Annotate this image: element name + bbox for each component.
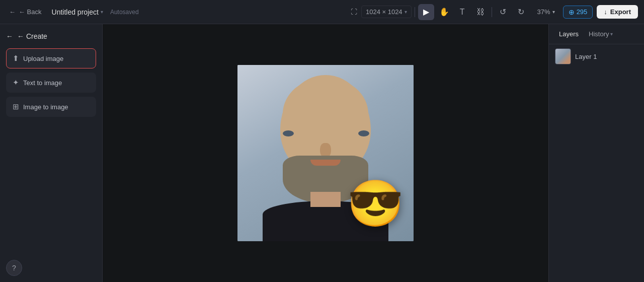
create-panel-title: ← Create: [17, 32, 47, 40]
create-panel-header[interactable]: ← ← Create: [6, 30, 96, 44]
topbar: ← ← Back Untitled project ▾ Autosaved ⛶ …: [0, 0, 644, 24]
chevron-down-icon: ▾: [610, 31, 613, 37]
back-arrow-icon: ←: [9, 8, 16, 16]
emoji-overlay: 😎: [347, 181, 404, 226]
canvas-size-selector[interactable]: 1024 × 1024 ▾: [361, 6, 412, 18]
credits-icon: ⊕: [569, 8, 575, 16]
neck: [310, 192, 341, 207]
text-to-image-label: Text to image: [23, 79, 62, 87]
credits-count: 295: [577, 8, 588, 16]
canvas-area[interactable]: 😎: [103, 24, 548, 282]
back-button[interactable]: ← ← Back: [6, 6, 45, 18]
divider: [415, 7, 415, 17]
redo-icon: ↻: [518, 7, 524, 17]
left-panel: ← ← Create ⬆ Upload image ✦ Text to imag…: [0, 24, 103, 282]
help-button[interactable]: ?: [6, 260, 22, 276]
image-to-image-item[interactable]: ⊞ Image to image: [6, 97, 96, 117]
text-to-image-icon: ✦: [13, 78, 19, 87]
history-tab-label: History: [589, 30, 609, 38]
back-arrow-icon: ←: [6, 32, 13, 40]
image-to-image-label: Image to image: [23, 103, 68, 111]
select-tool-button[interactable]: ▶: [418, 4, 434, 20]
undo-icon: ↺: [500, 7, 506, 17]
cursor-icon: ▶: [423, 7, 429, 17]
topbar-center: ⛶ 1024 × 1024 ▾ ▶ ✋ T ⛓ ↺ ↻: [349, 4, 529, 20]
tab-layers[interactable]: Layers: [555, 28, 583, 40]
link-tool-button[interactable]: ⛓: [472, 4, 489, 20]
canvas-size-value: 1024 × 1024: [366, 8, 403, 16]
right-panel-tabs: Layers History ▾: [549, 24, 644, 44]
text-tool-button[interactable]: T: [454, 4, 470, 20]
undo-button[interactable]: ↺: [495, 4, 511, 20]
main-layout: ← ← Create ⬆ Upload image ✦ Text to imag…: [0, 24, 644, 282]
project-title-text: Untitled project: [52, 8, 99, 16]
autosaved-status: Autosaved: [110, 9, 139, 16]
upload-image-item[interactable]: ⬆ Upload image: [6, 48, 96, 68]
layer-item[interactable]: Layer 1: [549, 44, 644, 68]
canvas-main-image: 😎: [237, 65, 414, 241]
redo-button[interactable]: ↻: [513, 4, 529, 20]
layer-thumbnail: [555, 48, 571, 64]
right-panel: Layers History ▾ Layer 1: [548, 24, 644, 282]
project-title[interactable]: Untitled project ▾: [49, 6, 106, 18]
back-label: ← Back: [19, 8, 42, 16]
text-icon: T: [460, 8, 465, 17]
chevron-down-icon: ▾: [101, 9, 103, 15]
topbar-left: ← ← Back Untitled project ▾ Autosaved: [6, 6, 345, 18]
hand-icon: ✋: [439, 7, 449, 17]
chevron-down-icon: ▾: [552, 9, 555, 15]
hand-tool-button[interactable]: ✋: [436, 4, 452, 20]
zoom-value: 37%: [537, 8, 550, 16]
help-icon: ?: [12, 264, 16, 272]
layer-name: Layer 1: [575, 53, 597, 60]
layer-thumb-inner: [555, 49, 571, 64]
mouth: [310, 160, 341, 166]
chevron-down-icon: ▾: [405, 9, 407, 15]
eye-right: [358, 130, 369, 136]
link-icon: ⛓: [476, 8, 485, 17]
topbar-right: 37% ▾ ⊕ 295 ↓ Export: [533, 5, 638, 19]
resize-icon[interactable]: ⛶: [349, 4, 359, 20]
zoom-selector[interactable]: 37% ▾: [533, 6, 559, 18]
eye-left: [283, 130, 294, 136]
credits-button[interactable]: ⊕ 295: [563, 6, 593, 19]
image-to-image-icon: ⊞: [13, 102, 19, 111]
canvas-image-container: 😎: [237, 65, 414, 241]
download-icon: ↓: [604, 8, 607, 16]
upload-icon: ⬆: [13, 54, 19, 63]
divider2: [492, 7, 492, 17]
bottom-help: ?: [6, 260, 96, 276]
upload-image-label: Upload image: [23, 55, 63, 62]
export-label: Export: [610, 8, 631, 16]
tab-history[interactable]: History ▾: [585, 28, 617, 40]
layers-tab-label: Layers: [559, 30, 579, 38]
export-button[interactable]: ↓ Export: [597, 5, 638, 19]
text-to-image-item[interactable]: ✦ Text to image: [6, 73, 96, 93]
